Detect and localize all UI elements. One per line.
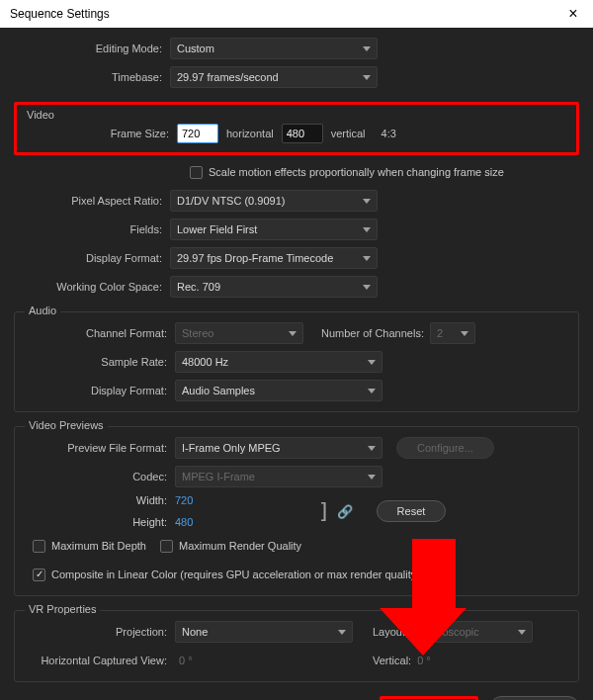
sample-rate-select[interactable]: 48000 Hz	[175, 351, 382, 373]
preview-height-label: Height:	[132, 516, 167, 528]
chevron-down-icon	[368, 360, 376, 365]
layout-label: Layout:	[373, 626, 414, 638]
chevron-down-icon	[363, 285, 371, 290]
max-render-quality-checkbox[interactable]	[160, 540, 173, 553]
audio-section: Audio Channel Format: Stereo Number of C…	[14, 311, 579, 412]
frame-size-label: Frame Size:	[21, 128, 177, 139]
chevron-down-icon	[363, 256, 371, 261]
audio-display-format-label: Display Format:	[19, 385, 175, 396]
video-display-format-select[interactable]: 29.97 fps Drop-Frame Timecode	[170, 247, 378, 269]
timebase-label: Timebase:	[14, 71, 170, 83]
vr-vertical-value: 0 °	[417, 655, 431, 666]
chevron-down-icon	[368, 389, 376, 394]
title-bar: Sequence Settings ×	[0, 0, 593, 28]
chevron-down-icon	[289, 331, 296, 336]
aspect-ratio-text: 4:3	[381, 128, 396, 139]
chevron-down-icon	[363, 227, 371, 232]
codec-label: Codec:	[19, 471, 175, 482]
scale-motion-checkbox[interactable]	[190, 166, 203, 179]
link-bracket-icon: ]	[317, 500, 330, 522]
preview-width-label: Width:	[136, 494, 167, 506]
pff-select[interactable]: I-Frame Only MPEG	[175, 437, 382, 459]
ok-button-highlight: OK	[380, 696, 478, 700]
max-bit-depth-checkbox[interactable]	[33, 540, 45, 553]
horizontal-text: horizontal	[226, 128, 274, 139]
preview-height-value[interactable]: 480	[175, 516, 193, 528]
video-display-format-label: Display Format:	[14, 252, 170, 264]
fields-select[interactable]: Lower Field First	[170, 219, 378, 240]
hcv-value: 0 °	[175, 655, 353, 666]
max-render-quality-label: Maximum Render Quality	[179, 540, 301, 552]
chevron-down-icon	[363, 75, 371, 80]
composite-linear-label: Composite in Linear Color (requires GPU …	[51, 569, 420, 580]
timebase-select[interactable]: 29.97 frames/second	[170, 66, 378, 88]
audio-legend: Audio	[25, 305, 60, 316]
chevron-down-icon	[368, 446, 376, 451]
editing-mode-label: Editing Mode:	[14, 43, 170, 54]
par-label: Pixel Aspect Ratio:	[14, 195, 170, 207]
projection-select[interactable]: None	[175, 621, 353, 643]
vr-vertical-label: Vertical:	[373, 655, 417, 666]
close-icon[interactable]: ×	[563, 5, 583, 23]
vr-section: VR Properties Projection: None Layout: M…	[14, 610, 579, 682]
layout-select: Monoscopic	[414, 621, 533, 643]
reset-button[interactable]: Reset	[377, 500, 447, 522]
cancel-button[interactable]: Cancel	[490, 696, 579, 700]
chevron-down-icon	[338, 630, 346, 635]
chain-link-icon[interactable]: 🔗	[337, 504, 353, 519]
vertical-text: vertical	[331, 128, 366, 139]
video-legend: Video	[27, 109, 54, 121]
sample-rate-label: Sample Rate:	[19, 356, 175, 368]
frame-width-input[interactable]	[177, 124, 218, 143]
fields-label: Fields:	[14, 223, 170, 235]
video-previews-section: Video Previews Preview File Format: I-Fr…	[14, 426, 579, 596]
window-title: Sequence Settings	[10, 7, 110, 21]
frame-height-input[interactable]	[282, 124, 323, 143]
wcs-select[interactable]: Rec. 709	[170, 276, 378, 298]
chevron-down-icon	[461, 331, 468, 336]
previews-legend: Video Previews	[25, 419, 108, 431]
editing-mode-select[interactable]: Custom	[170, 38, 378, 59]
chevron-down-icon	[518, 630, 526, 635]
codec-select: MPEG I-Frame	[175, 466, 382, 487]
projection-label: Projection:	[19, 626, 175, 638]
channel-format-select: Stereo	[175, 322, 303, 344]
pff-label: Preview File Format:	[19, 442, 175, 454]
max-bit-depth-label: Maximum Bit Depth	[51, 540, 146, 552]
channel-format-label: Channel Format:	[19, 327, 175, 339]
configure-button: Configure...	[396, 437, 494, 459]
scale-motion-label: Scale motion effects proportionally when…	[209, 166, 504, 178]
par-select[interactable]: D1/DV NTSC (0.9091)	[170, 190, 378, 212]
preview-width-value[interactable]: 720	[175, 494, 193, 506]
num-channels-select: 2	[430, 322, 475, 344]
composite-linear-checkbox[interactable]	[33, 569, 45, 581]
hcv-label: Horizontal Captured View:	[19, 655, 175, 666]
chevron-down-icon	[363, 46, 371, 51]
audio-display-format-select[interactable]: Audio Samples	[175, 380, 382, 401]
vr-legend: VR Properties	[25, 603, 100, 615]
wcs-label: Working Color Space:	[14, 281, 170, 293]
num-channels-label: Number of Channels:	[321, 327, 430, 339]
chevron-down-icon	[368, 475, 376, 480]
video-section-highlight: Video Frame Size: horizontal vertical 4:…	[14, 102, 579, 155]
chevron-down-icon	[363, 199, 371, 204]
